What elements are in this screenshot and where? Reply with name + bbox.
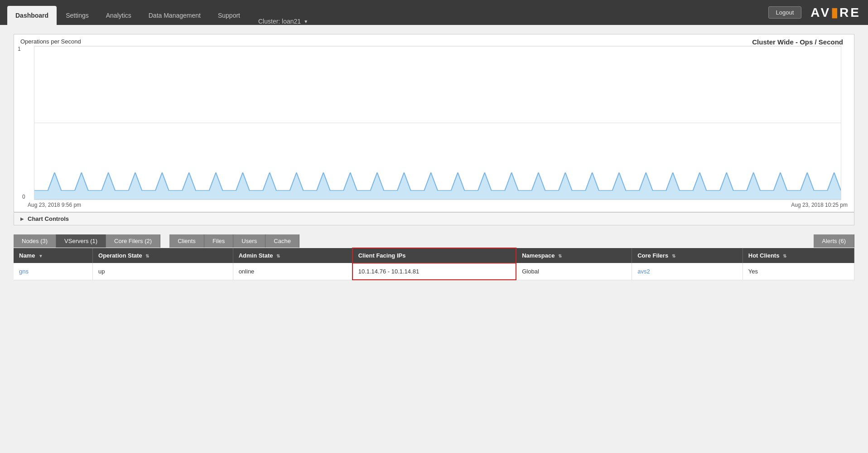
table-tab-group-main: Nodes (3) VServers (1) Core Filers (2)	[14, 234, 160, 248]
col-operation-state: Operation State ⇅	[93, 248, 233, 263]
cell-namespace: Global	[516, 263, 632, 280]
tab-dashboard[interactable]: Dashboard	[7, 6, 57, 25]
sort-opstate-icon[interactable]: ⇅	[145, 253, 149, 258]
col-name: Name ▼	[14, 248, 93, 263]
tab-settings[interactable]: Settings	[58, 6, 97, 25]
table-tab-group-alerts: Alerts (6)	[814, 234, 854, 248]
tab-files[interactable]: Files	[204, 234, 233, 248]
tab-users[interactable]: Users	[233, 234, 265, 248]
sort-name-icon[interactable]: ▼	[39, 253, 43, 258]
tab-vservers[interactable]: VServers (1)	[56, 234, 106, 248]
cluster-wide-title: Cluster Wide - Ops / Second	[81, 38, 848, 46]
core-filers-link[interactable]: avs2	[637, 268, 650, 275]
chart-controls-bar[interactable]: ▶ Chart Controls	[14, 212, 854, 225]
tab-data-management[interactable]: Data Management	[140, 6, 209, 25]
cell-core-filers: avs2	[632, 263, 743, 280]
chart-controls-label: Chart Controls	[28, 215, 69, 222]
nav-tabs: Dashboard Settings Analytics Data Manage…	[7, 0, 308, 25]
logo-accent: ▮	[831, 5, 839, 19]
tab-analytics[interactable]: Analytics	[98, 6, 140, 25]
table-row: gns up online 10.1.14.76 - 10.1.14.81 Gl…	[14, 263, 854, 280]
chart-title-row: Operations per Second Cluster Wide - Ops…	[14, 34, 854, 46]
chart-y-min: 0	[22, 194, 25, 200]
chart-controls-triangle: ▶	[20, 216, 24, 221]
sort-namespace-icon[interactable]: ⇅	[558, 253, 562, 258]
logout-button[interactable]: Logout	[768, 6, 802, 19]
chart-time-end: Aug 23, 2018 10:25 pm	[791, 202, 848, 208]
chart-wrapper: 1 0	[28, 46, 848, 200]
chart-section: Operations per Second Cluster Wide - Ops…	[14, 34, 854, 212]
sort-corefilers-icon[interactable]: ⇅	[672, 253, 675, 258]
main-content: Operations per Second Cluster Wide - Ops…	[0, 25, 868, 453]
tab-core-filers[interactable]: Core Filers (2)	[106, 234, 160, 248]
header-right: Logout AV▮RE	[768, 5, 861, 20]
chart-time-start: Aug 23, 2018 9:56 pm	[28, 202, 81, 208]
table-tab-group-single: Clients Files Users Cache	[169, 234, 299, 248]
ops-per-second-label: Operations per Second	[20, 38, 81, 45]
vserver-name-link[interactable]: gns	[19, 268, 29, 275]
cluster-label: Cluster: loan21	[258, 18, 301, 25]
tab-alerts[interactable]: Alerts (6)	[814, 234, 854, 248]
col-hot-clients: Hot Clients ⇅	[743, 248, 854, 263]
avere-logo: AV▮RE	[810, 5, 861, 20]
col-namespace: Namespace ⇅	[516, 248, 632, 263]
chart-y-max: 1	[18, 46, 21, 52]
cell-client-facing-ips: 10.1.14.76 - 10.1.14.81	[352, 263, 516, 280]
col-client-facing-ips: Client Facing IPs	[352, 248, 516, 263]
cluster-dropdown-arrow: ▼	[304, 19, 308, 24]
sort-hotclients-icon[interactable]: ⇅	[783, 253, 786, 258]
cell-admin-state: online	[233, 263, 352, 280]
chart-area	[34, 46, 841, 200]
ops-chart-svg	[34, 46, 841, 200]
tab-cache[interactable]: Cache	[265, 234, 299, 248]
chart-timestamps: Aug 23, 2018 9:56 pm Aug 23, 2018 10:25 …	[14, 200, 854, 212]
col-core-filers: Core Filers ⇅	[632, 248, 743, 263]
cluster-selector[interactable]: Cluster: loan21 ▼	[258, 18, 308, 25]
col-admin-state: Admin State ⇅	[233, 248, 352, 263]
vservers-table: Name ▼ Operation State ⇅ Admin State ⇅ C…	[14, 248, 854, 280]
tab-nodes[interactable]: Nodes (3)	[14, 234, 56, 248]
table-tabs: Nodes (3) VServers (1) Core Filers (2) C…	[14, 234, 854, 248]
tab-support[interactable]: Support	[210, 6, 248, 25]
tab-clients[interactable]: Clients	[169, 234, 204, 248]
svg-marker-3	[34, 172, 841, 200]
cell-hot-clients: Yes	[743, 263, 854, 280]
header: Dashboard Settings Analytics Data Manage…	[0, 0, 868, 25]
cell-operation-state: up	[93, 263, 233, 280]
sort-adminstate-icon[interactable]: ⇅	[276, 253, 280, 258]
cell-name: gns	[14, 263, 93, 280]
